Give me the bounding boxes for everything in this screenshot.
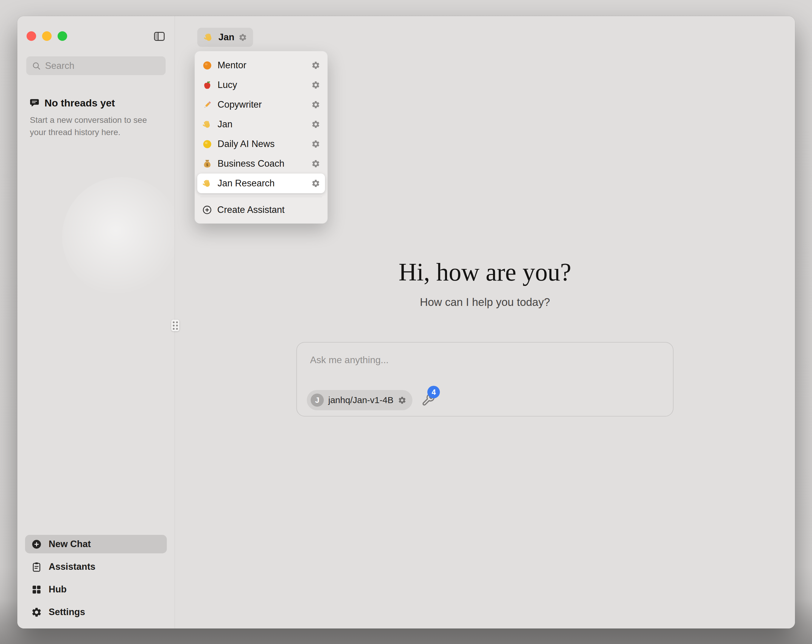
sidebar: No threads yet Start a new conversation … <box>17 16 175 629</box>
wave-hand-icon <box>202 119 212 130</box>
search-field[interactable] <box>26 56 166 75</box>
message-input[interactable] <box>310 355 660 365</box>
gear-icon[interactable] <box>398 396 406 405</box>
gear-icon[interactable] <box>311 140 320 148</box>
menu-separator <box>200 197 322 197</box>
desktop: No threads yet Start a new conversation … <box>0 0 812 644</box>
hub-label: Hub <box>49 584 67 595</box>
assistant-label: Lucy <box>218 79 237 90</box>
plus-circle-icon <box>31 539 42 550</box>
chat-bubble-icon <box>29 98 40 108</box>
money-bag-icon <box>202 158 212 169</box>
assistant-menu-item-business-coach[interactable]: Business Coach <box>197 154 325 174</box>
composer-toolbar: J janhq/Jan-v1-4B 4 <box>307 390 436 410</box>
composer[interactable]: J janhq/Jan-v1-4B 4 <box>296 342 673 417</box>
decorative-blob <box>62 177 182 296</box>
assistant-label: Daily AI News <box>218 139 275 149</box>
assistant-menu-item-mentor[interactable]: Mentor <box>197 55 325 75</box>
minimize-button[interactable] <box>42 31 52 41</box>
assistant-menu: Mentor Lucy Copywriter Jan <box>195 51 328 224</box>
wave-hand-icon <box>202 178 212 189</box>
assistant-selector-label: Jan <box>218 32 234 43</box>
apple-icon <box>202 80 212 90</box>
window-controls <box>27 31 67 41</box>
gear-icon[interactable] <box>311 159 320 168</box>
sidebar-toggle-icon[interactable] <box>153 30 166 43</box>
gear-icon <box>31 607 42 618</box>
grid-icon <box>31 584 42 595</box>
empty-state-title: No threads yet <box>44 97 115 109</box>
tools-button[interactable]: 4 <box>421 393 436 407</box>
assistants-label: Assistants <box>49 562 96 572</box>
assistant-menu-item-lucy[interactable]: Lucy <box>197 75 325 95</box>
settings-label: Settings <box>49 607 85 618</box>
gear-icon[interactable] <box>311 81 320 90</box>
create-assistant-button[interactable]: Create Assistant <box>197 201 325 219</box>
settings-button[interactable]: Settings <box>25 603 167 621</box>
wave-hand-icon <box>203 32 214 43</box>
assistant-menu-item-jan-research[interactable]: Jan Research <box>197 174 325 193</box>
zoom-button[interactable] <box>58 31 67 41</box>
assistant-menu-item-jan[interactable]: Jan <box>197 114 325 134</box>
sidebar-resize-handle[interactable] <box>171 320 179 331</box>
gear-icon[interactable] <box>311 120 320 129</box>
model-avatar: J <box>311 394 324 406</box>
threads-empty-state: No threads yet Start a new conversation … <box>17 75 175 139</box>
assistant-menu-item-copywriter[interactable]: Copywriter <box>197 95 325 114</box>
pencil-icon <box>202 100 212 110</box>
search-input[interactable] <box>45 61 166 71</box>
gear-icon[interactable] <box>238 33 247 42</box>
assistants-button[interactable]: Assistants <box>25 557 167 576</box>
assistant-label: Mentor <box>218 60 246 71</box>
greeting-title: Hi, how are you? <box>175 257 795 286</box>
yellow-circle-icon <box>202 139 212 149</box>
hub-button[interactable]: Hub <box>25 580 167 599</box>
empty-state-description: Start a new conversation to see your thr… <box>30 114 160 139</box>
model-name: janhq/Jan-v1-4B <box>328 395 393 405</box>
gear-icon[interactable] <box>311 100 320 109</box>
tools-count-badge: 4 <box>427 386 440 398</box>
assistant-label: Copywriter <box>218 99 262 110</box>
main-area: Jan Mentor Lucy Copywriter <box>175 16 795 629</box>
new-chat-label: New Chat <box>49 539 91 550</box>
assistant-label: Jan <box>218 119 232 130</box>
assistant-label: Business Coach <box>218 158 284 169</box>
orange-circle-icon <box>202 60 212 71</box>
gear-icon[interactable] <box>311 61 320 70</box>
close-button[interactable] <box>27 31 36 41</box>
assistant-label: Jan Research <box>218 178 275 189</box>
sidebar-titlebar <box>17 16 175 56</box>
assistant-menu-item-daily-ai-news[interactable]: Daily AI News <box>197 134 325 154</box>
plus-circle-outline-icon <box>202 205 212 215</box>
greeting: Hi, how are you? How can I help you toda… <box>175 257 795 309</box>
greeting-subtitle: How can I help you today? <box>175 296 795 309</box>
create-assistant-label: Create Assistant <box>217 204 285 215</box>
model-selector[interactable]: J janhq/Jan-v1-4B <box>307 390 412 410</box>
search-icon <box>32 61 41 71</box>
clipboard-icon <box>31 562 42 572</box>
gear-icon[interactable] <box>311 179 320 188</box>
assistant-selector[interactable]: Jan <box>197 28 253 47</box>
new-chat-button[interactable]: New Chat <box>25 535 167 553</box>
sidebar-nav: New Chat Assistants Hub Settings <box>17 535 175 629</box>
app-window: No threads yet Start a new conversation … <box>17 16 795 629</box>
